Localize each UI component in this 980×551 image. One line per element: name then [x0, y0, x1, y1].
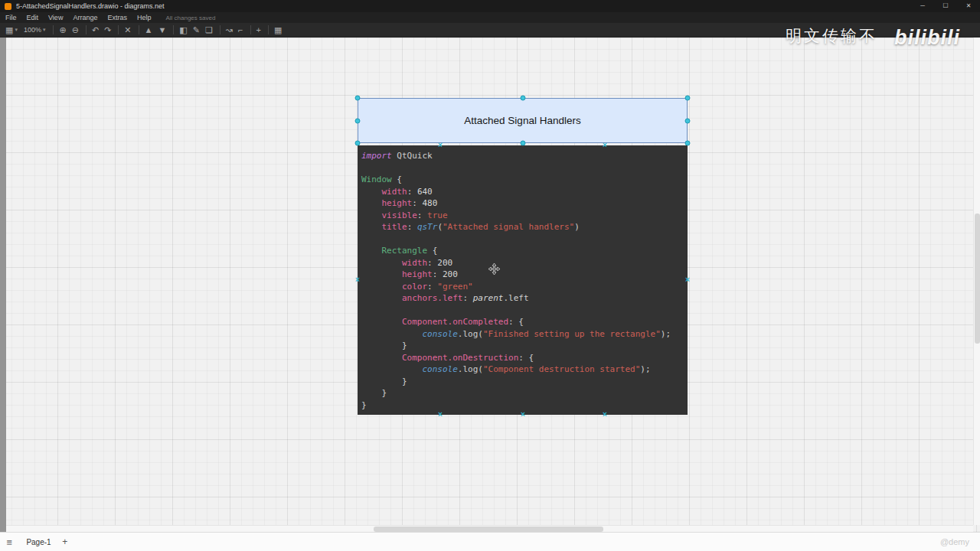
toolbar-separator [220, 25, 220, 34]
code-line: height: 200 [361, 269, 688, 281]
bilibili-logo: bilibili [894, 26, 960, 50]
code-line: Component.onDestruction: { [361, 352, 688, 364]
code-line: } [361, 340, 688, 352]
table-icon[interactable]: ▦ [274, 23, 282, 37]
move-cursor-icon [488, 262, 501, 276]
selection-handle[interactable] [355, 96, 361, 101]
add-page-button[interactable]: + [58, 536, 72, 547]
line-color-icon[interactable]: ✎ [193, 23, 200, 37]
connection-point-icon: × [355, 276, 360, 284]
delete-icon[interactable]: ✕ [124, 23, 131, 37]
code-line: Window { [361, 174, 688, 186]
zoom-in-icon[interactable]: ⊕ [59, 23, 66, 37]
autosave-status: All changes saved [165, 15, 215, 21]
code-line: anchors.left: parent.left [361, 292, 688, 305]
page-view-icon: ▦ [5, 23, 13, 37]
code-line: height: 480 [361, 197, 688, 210]
code-line: width: 200 [361, 257, 688, 269]
code-line: } [361, 399, 688, 412]
undo-icon[interactable]: ↶ [92, 23, 99, 37]
toolbar-separator [250, 25, 251, 34]
connection-point-icon: × [438, 411, 443, 419]
statusbar: ≣ Page-1 + @demy [0, 532, 980, 551]
zoom-dropdown[interactable]: 100% ▾ [24, 26, 46, 34]
selection-handle[interactable] [355, 141, 361, 146]
to-front-icon[interactable]: ▲ [145, 23, 153, 37]
view-dropdown[interactable]: ▦ ▾ [5, 23, 18, 37]
code-line: width: 640 [361, 186, 688, 198]
maximize-button[interactable]: ☐ [934, 0, 957, 12]
code-line: visible: true [361, 210, 688, 222]
zoom-level: 100% [24, 26, 41, 34]
code-line: console.log("Component destruction start… [361, 364, 688, 376]
menu-help[interactable]: Help [137, 14, 152, 21]
connection-point-icon: × [685, 276, 690, 284]
code-line: } [361, 387, 688, 399]
canvas[interactable]: Attached Signal Handlers import QtQuick … [0, 37, 980, 532]
code-line: Rectangle { [361, 245, 688, 257]
redo-icon[interactable]: ↷ [104, 23, 111, 37]
connection-point-icon: × [603, 142, 607, 149]
app-window: 5-AttachedSignalHandlers.drawio - diagra… [0, 0, 980, 551]
toolbar-separator [86, 25, 87, 34]
zoom-out-icon[interactable]: ⊖ [72, 23, 79, 37]
connection-icon[interactable]: ↝ [226, 23, 233, 37]
selection-handle[interactable] [355, 119, 361, 124]
app-icon [5, 3, 11, 10]
connection-point-icon: × [438, 142, 443, 149]
menu-arrange[interactable]: Arrange [73, 14, 97, 21]
horizontal-scrollbar[interactable] [6, 525, 973, 532]
toolbar-separator [118, 25, 119, 34]
code-block[interactable]: import QtQuick Window { width: 640 heigh… [358, 145, 688, 415]
insert-icon[interactable]: + [256, 23, 261, 37]
code-line [361, 305, 688, 317]
code-line [361, 162, 688, 174]
shadow-icon[interactable]: ❏ [205, 23, 213, 37]
menubar: File Edit View Arrange Extras Help All c… [0, 12, 980, 23]
close-button[interactable]: ✕ [957, 0, 980, 12]
chevron-down-icon: ▾ [15, 27, 18, 33]
fill-color-icon[interactable]: ◧ [179, 23, 187, 37]
selection-handle[interactable] [685, 96, 691, 101]
waypoints-icon[interactable]: ⌐ [238, 23, 243, 37]
offpage-strip [0, 37, 6, 532]
menu-view[interactable]: View [48, 14, 63, 21]
code-line: Component.onCompleted: { [361, 316, 688, 328]
horizontal-scrollbar-thumb[interactable] [374, 527, 603, 532]
window-title: 5-AttachedSignalHandlers.drawio - diagra… [16, 2, 165, 10]
watermark-text: 明文传输不 [786, 25, 877, 47]
to-back-icon[interactable]: ▼ [158, 23, 166, 37]
minimize-button[interactable]: ─ [911, 0, 934, 12]
code-line: color: "green" [361, 281, 688, 293]
menu-edit[interactable]: Edit [27, 14, 39, 21]
vertical-scrollbar[interactable] [973, 37, 980, 525]
pages-toggle-icon[interactable]: ≣ [6, 538, 12, 546]
menu-file[interactable]: File [5, 14, 17, 21]
titlebar: 5-AttachedSignalHandlers.drawio - diagra… [0, 0, 980, 12]
vertical-scrollbar-thumb[interactable] [975, 214, 980, 344]
selection-handle[interactable] [685, 119, 691, 124]
menu-extras[interactable]: Extras [107, 14, 127, 21]
code-line: console.log("Finished setting up the rec… [361, 328, 688, 341]
page-tab[interactable]: Page-1 [19, 536, 57, 549]
toolbar-separator [139, 25, 139, 34]
code-line: title: qsTr("Attached signal handlers") [361, 221, 688, 233]
toolbar-separator [53, 25, 54, 34]
chevron-down-icon: ▾ [43, 27, 46, 33]
toolbar-separator [268, 25, 269, 34]
code-line: } [361, 376, 688, 388]
selection-handle[interactable] [521, 96, 526, 101]
code-line [361, 233, 688, 246]
toolbar-separator [173, 25, 174, 34]
connection-point-icon: × [521, 411, 525, 419]
selection-handle[interactable] [685, 141, 691, 146]
code-line: import QtQuick [361, 150, 688, 162]
shape-title-box[interactable]: Attached Signal Handlers [358, 98, 688, 143]
credit-watermark: @demy [940, 537, 969, 546]
selection-handle[interactable] [521, 141, 526, 146]
connection-point-icon: × [603, 411, 607, 419]
